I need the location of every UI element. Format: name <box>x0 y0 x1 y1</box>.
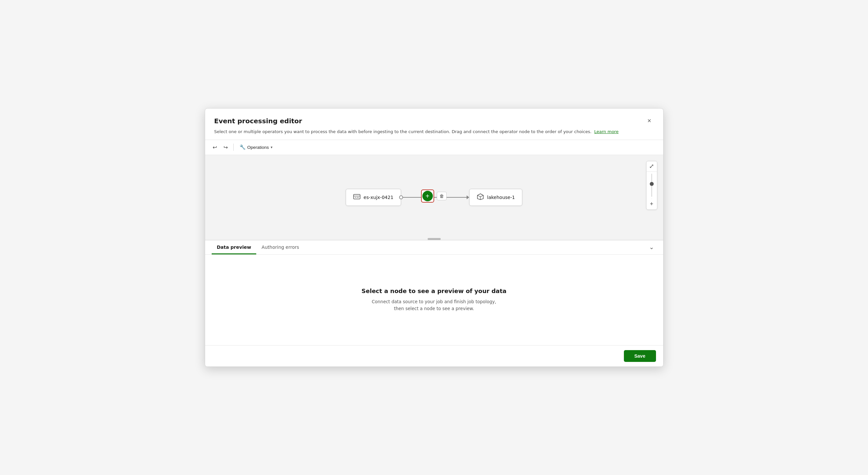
redo-icon: ↪ <box>223 144 228 150</box>
empty-state-title: Select a node to see a preview of your d… <box>362 288 506 294</box>
undo-icon: ↩ <box>213 144 217 150</box>
toolbar: ↩ ↪ 🔧 Operations ▾ <box>205 140 663 155</box>
wrench-icon: 🔧 <box>240 144 246 150</box>
zoom-slider-container <box>651 172 652 199</box>
source-node[interactable]: es-xujx-0421 <box>346 189 401 206</box>
source-node-label: es-xujx-0421 <box>364 195 394 200</box>
undo-button[interactable]: ↩ <box>210 143 219 152</box>
dialog-title: Event processing editor <box>214 117 302 125</box>
toolbar-divider <box>233 144 234 151</box>
zoom-in-button[interactable]: + <box>647 199 657 209</box>
chevron-down-icon: ⌄ <box>649 244 654 250</box>
zoom-in-icon: + <box>650 201 653 208</box>
tab-data-preview[interactable]: Data preview <box>212 240 256 255</box>
operations-label: Operations <box>247 145 269 150</box>
canvas-area[interactable]: es-xujx-0421 + 🗑 <box>205 155 663 240</box>
plus-icon: + <box>426 193 430 199</box>
source-connector-dot <box>399 196 403 199</box>
save-button[interactable]: Save <box>624 350 656 362</box>
source-node-icon <box>353 193 361 202</box>
dialog-subtitle: Select one or multiple operators you wan… <box>214 128 654 140</box>
tabs: Data preview Authoring errors <box>212 240 304 255</box>
fit-icon: ⤢ <box>649 162 654 170</box>
operations-button[interactable]: 🔧 Operations ▾ <box>237 143 275 152</box>
zoom-controls: ⤢ + <box>646 161 657 210</box>
empty-state: Select a node to see a preview of your d… <box>205 255 663 345</box>
redo-button[interactable]: ↪ <box>221 143 230 152</box>
add-operator-wrapper: + <box>421 189 434 203</box>
zoom-thumb[interactable] <box>650 182 654 186</box>
dialog-footer: Save <box>205 345 663 366</box>
connection-line: + 🗑 <box>401 197 467 198</box>
mid-actions: + 🗑 <box>421 189 446 203</box>
tabs-row: Data preview Authoring errors ⌄ <box>205 240 663 255</box>
destination-node-icon <box>477 193 484 202</box>
chevron-down-icon: ▾ <box>271 145 273 149</box>
close-button[interactable]: × <box>645 116 654 126</box>
learn-more-link[interactable]: Learn more <box>594 129 619 134</box>
tab-authoring-errors[interactable]: Authoring errors <box>256 240 304 255</box>
zoom-track <box>651 174 652 197</box>
destination-node[interactable]: lakehouse-1 <box>469 189 523 206</box>
destination-node-label: lakehouse-1 <box>487 195 515 200</box>
delete-operator-button[interactable]: 🗑 <box>437 192 446 200</box>
svg-rect-0 <box>353 195 360 199</box>
fit-view-button[interactable]: ⤢ <box>647 161 657 172</box>
collapse-panel-button[interactable]: ⌄ <box>647 242 657 252</box>
dialog-header: Event processing editor × Select one or … <box>205 109 663 140</box>
event-processing-dialog: Event processing editor × Select one or … <box>205 108 663 367</box>
bottom-panel: Data preview Authoring errors ⌄ Select a… <box>205 240 663 345</box>
title-row: Event processing editor × <box>214 116 654 126</box>
resize-handle[interactable] <box>428 238 441 240</box>
add-operator-button[interactable]: + <box>422 191 433 201</box>
arrow-head <box>467 196 469 199</box>
trash-icon: 🗑 <box>439 194 444 199</box>
flow-diagram: es-xujx-0421 + 🗑 <box>346 189 523 206</box>
empty-state-description: Connect data source to your job and fini… <box>369 298 500 313</box>
